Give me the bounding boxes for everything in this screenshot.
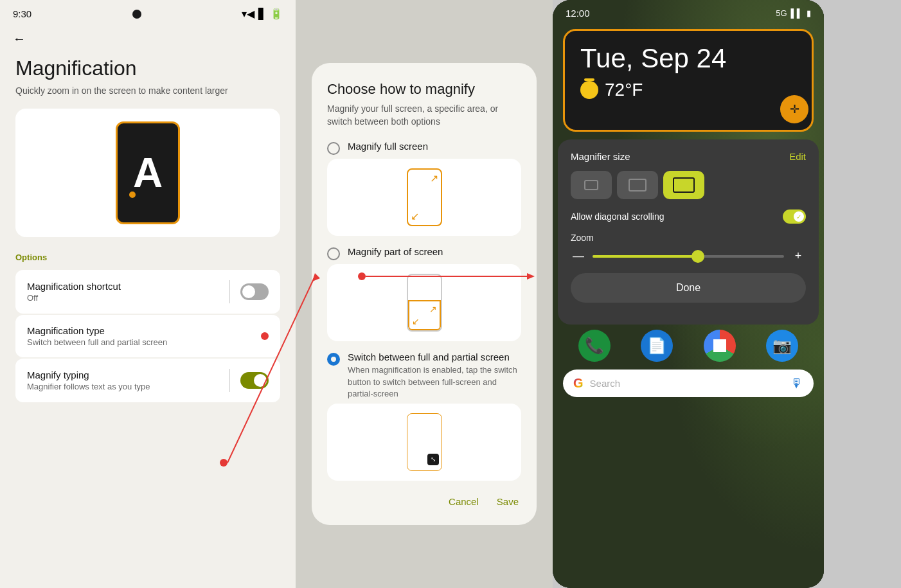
status-icons: ▾◀ ▋ 🔋 [242,8,283,20]
partial-region: ↙ ↗ [408,300,441,330]
done-button[interactable]: Done [571,273,806,303]
options-label: Options [15,253,280,262]
phone-status-bar: 12:00 5G ▌▌ ▮ [553,0,824,24]
radio-circle-switch [327,353,340,366]
phone-letter: A [133,152,163,193]
setting-item-left: Magnification shortcut Off [27,281,219,303]
back-button[interactable]: ← [0,25,296,50]
weather-temp: 72°F [605,80,643,100]
partial-arrow-tr: ↗ [429,304,437,314]
phone-illus-3: ⤡ [407,413,442,471]
divider [229,369,230,392]
size-medium-button[interactable] [617,171,658,199]
app-row: 📞 📄 📷 [563,330,814,362]
move-icon: ✛ [790,102,799,116]
phone-dock-area: 📞 📄 📷 G Search 🎙 [553,325,824,397]
zoom-row: — + [571,249,806,263]
diagonal-scrolling-toggle[interactable]: ✓ [783,209,806,224]
camera-dot [132,10,141,19]
5g-label: 5G [776,8,787,18]
shortcut-toggle[interactable] [240,283,269,300]
zoom-fill [593,255,698,258]
dialog-panel: Choose how to magnify Magnify your full … [296,0,553,588]
zoom-track[interactable] [593,255,784,258]
radio-label-switch: Switch between full and partial screen [348,352,521,362]
size-options [571,171,806,199]
setting-item-type[interactable]: Magnification type Switch between full a… [15,315,280,357]
illustration-fullscreen: ↗ ↙ [327,159,521,236]
type-title: Magnification type [27,325,261,336]
dialog-actions: Cancel Save [327,491,521,512]
setting-item-left: Magnification type Switch between full a… [27,325,261,347]
zoom-thumb[interactable] [691,250,704,263]
zoom-decrease-button[interactable]: — [571,249,586,263]
app-camera-icon[interactable]: 📷 [766,330,798,362]
shortcut-title: Magnification shortcut [27,281,219,292]
toggle-thumb [254,374,267,387]
radio-option-partial[interactable]: Magnify part of screen [327,246,521,260]
partial-arrow-bl: ↙ [412,316,420,326]
save-button[interactable]: Save [494,491,521,512]
search-placeholder: Search [590,378,784,389]
size-medium-icon [629,179,647,192]
illustration-partial: ↙ ↗ [327,264,521,341]
edit-link[interactable]: Edit [789,151,806,162]
size-small-button[interactable] [571,171,612,199]
magnifier-popup: Magnifier size Edit Allow diagonal scrol… [558,139,819,325]
radio-desc-switch: When magnification is enabled, tap the s… [348,364,521,400]
google-search-bar[interactable]: G Search 🎙 [563,370,814,397]
corner-arrows: ↗ ↙ [408,170,441,225]
phone-illus-2: ↙ ↗ [407,274,442,332]
typing-toggle[interactable] [240,372,269,389]
clock-date: Tue, Sep 24 [580,44,796,73]
dialog-subtitle: Magnify your full screen, a specific are… [327,103,521,128]
clock-weather: 72°F [580,80,796,100]
setting-item-left: Magnify typing Magnifier follows text as… [27,370,219,391]
typing-title: Magnify typing [27,370,219,380]
phone-status-time: 12:00 [566,8,590,19]
page-title: Magnification [15,57,280,80]
app-docs-icon[interactable]: 📄 [641,330,673,362]
signal-icon: ▋ [258,8,266,20]
radio-label-partial: Magnify part of screen [348,246,443,257]
clock-widget: Tue, Sep 24 72°F [563,29,814,132]
google-g-letter: G [573,376,584,390]
checkmark-icon: ✓ [796,213,801,220]
settings-panel: 9:30 ▾◀ ▋ 🔋 ← Magnification Quickly zoom… [0,0,296,588]
size-large-button[interactable] [663,171,704,199]
radio-circle-fullscreen [327,142,340,155]
setting-item-typing[interactable]: Magnify typing Magnifier follows text as… [15,359,280,402]
phone-screen: 12:00 5G ▌▌ ▮ Tue, Sep 24 72°F ✛ Magnifi… [553,0,824,588]
status-time: 9:30 [13,8,31,19]
diagonal-scrolling-label: Allow diagonal scrolling [571,211,665,222]
weather-icon [580,81,598,99]
app-chrome-icon[interactable] [704,330,736,362]
page-subtitle: Quickly zoom in on the screen to make co… [15,85,280,96]
phone-illus-1: ↗ ↙ [407,168,442,226]
app-phone-icon[interactable]: 📞 [578,330,611,362]
radio-circle-partial [327,247,340,260]
radio-option-fullscreen[interactable]: Magnify full screen [327,141,521,155]
signal-bars-icon: ▌▌ [791,8,803,18]
radio-label-fullscreen: Magnify full screen [348,141,428,152]
type-subtitle: Switch between full and partial screen [27,337,261,347]
size-large-icon [673,177,695,193]
divider [229,280,230,303]
shortcut-subtitle: Off [27,293,219,303]
google-logo: G [573,376,584,391]
switch-icon: ⤡ [427,454,439,465]
battery-icon-phone: ▮ [807,8,811,18]
magnifier-control-button[interactable]: ✛ [780,95,808,123]
illustration-switch: ⤡ [327,404,521,481]
phone-panel: 12:00 5G ▌▌ ▮ Tue, Sep 24 72°F ✛ Magnifi… [553,0,824,588]
toggle-thumb [242,285,255,298]
cancel-button[interactable]: Cancel [446,491,481,512]
zoom-increase-button[interactable]: + [790,249,806,263]
mic-icon[interactable]: 🎙 [790,376,803,391]
corner-bottom-left: ↙ [411,210,419,222]
size-small-icon [584,180,598,190]
magnifier-size-label: Magnifier size [571,151,630,162]
setting-item-shortcut[interactable]: Magnification shortcut Off [15,270,280,314]
wifi-icon: ▾◀ [242,8,254,20]
radio-option-switch[interactable]: Switch between full and partial screen W… [327,352,521,400]
